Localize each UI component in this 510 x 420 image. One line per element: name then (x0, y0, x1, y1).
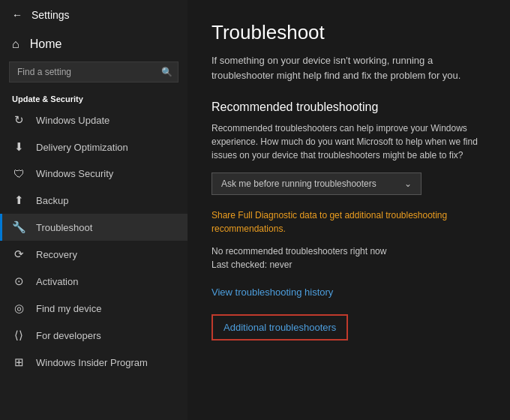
status-text: No recommended troubleshooters right now (212, 246, 486, 256)
insider-icon: ⊞ (12, 356, 26, 369)
diagnostic-link[interactable]: Share Full Diagnostic data to get additi… (212, 208, 486, 236)
sidebar-item-activation[interactable]: ⊙ Activation (0, 268, 188, 295)
main-content: Troubleshoot If something on your device… (188, 0, 510, 420)
developers-icon: ⟨⟩ (12, 328, 26, 342)
additional-troubleshooters-button[interactable]: Additional troubleshooters (212, 314, 348, 340)
backup-icon: ⬆ (12, 194, 26, 207)
sidebar-item-delivery-optimization[interactable]: ⬇ Delivery Optimization (0, 134, 188, 160)
chevron-down-icon: ⌄ (404, 178, 412, 189)
sidebar-item-windows-insider[interactable]: ⊞ Windows Insider Program (0, 349, 188, 376)
recommended-section-title: Recommended troubleshooting (212, 100, 486, 114)
sidebar-item-find-my-device[interactable]: ◎ Find my device (0, 295, 188, 322)
find-device-icon: ◎ (12, 302, 26, 315)
troubleshooting-dropdown[interactable]: Ask me before running troubleshooters ⌄ (212, 172, 422, 195)
sidebar-item-troubleshoot[interactable]: 🔧 Troubleshoot (0, 214, 188, 241)
activation-icon: ⊙ (12, 274, 26, 288)
sidebar-item-home[interactable]: ⌂ Home (0, 30, 188, 58)
sidebar-item-label: Delivery Optimization (36, 142, 128, 153)
page-title: Troubleshoot (212, 21, 486, 44)
recommended-section-desc: Recommended troubleshooters can help imp… (212, 122, 486, 162)
sidebar-item-windows-update[interactable]: ↻ Windows Update (0, 106, 188, 134)
search-container: 🔍 (9, 62, 178, 82)
home-label: Home (30, 38, 62, 51)
sidebar-item-recovery[interactable]: ⟳ Recovery (0, 241, 188, 268)
page-subtitle: If something on your device isn't workin… (212, 53, 486, 82)
sidebar-item-label: Activation (36, 276, 78, 287)
home-icon: ⌂ (12, 38, 20, 51)
sidebar-item-label: Windows Update (36, 115, 110, 126)
sidebar-item-label: For developers (36, 330, 101, 341)
sidebar-item-backup[interactable]: ⬆ Backup (0, 187, 188, 214)
delivery-icon: ⬇ (12, 140, 26, 154)
search-input[interactable] (9, 62, 178, 82)
sidebar: ← Settings ⌂ Home 🔍 Update & Security ↻ … (0, 0, 188, 420)
search-icon: 🔍 (161, 67, 172, 77)
back-button[interactable]: ← (12, 9, 22, 21)
settings-title: Settings (32, 9, 70, 21)
sidebar-item-for-developers[interactable]: ⟨⟩ For developers (0, 322, 188, 349)
view-history-link[interactable]: View troubleshooting history (212, 286, 486, 298)
update-icon: ↻ (12, 113, 26, 127)
sidebar-item-label: Windows Security (36, 168, 113, 179)
dropdown-value: Ask me before running troubleshooters (221, 178, 376, 189)
sidebar-item-windows-security[interactable]: 🛡 Windows Security (0, 160, 188, 187)
shield-icon: 🛡 (12, 167, 26, 180)
section-label: Update & Security (0, 88, 188, 106)
sidebar-header: ← Settings (0, 0, 188, 30)
recovery-icon: ⟳ (12, 248, 26, 261)
sidebar-item-label: Troubleshoot (36, 222, 92, 233)
sidebar-item-label: Recovery (36, 249, 77, 260)
sidebar-item-label: Backup (36, 195, 68, 206)
sidebar-item-label: Windows Insider Program (36, 357, 148, 368)
troubleshoot-icon: 🔧 (12, 220, 26, 234)
last-checked-text: Last checked: never (212, 260, 486, 270)
sidebar-item-label: Find my device (36, 303, 101, 314)
